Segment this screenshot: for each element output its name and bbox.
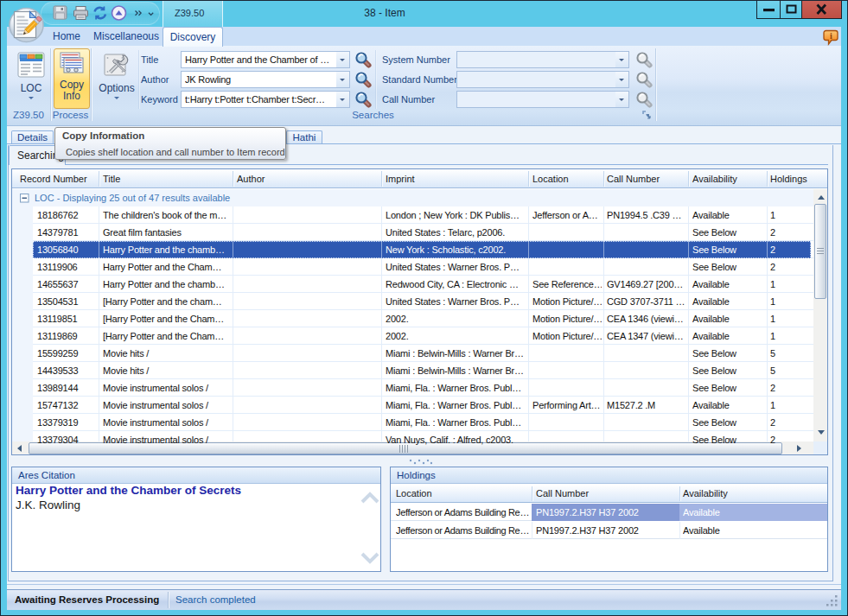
svg-text:i: i — [830, 31, 832, 41]
